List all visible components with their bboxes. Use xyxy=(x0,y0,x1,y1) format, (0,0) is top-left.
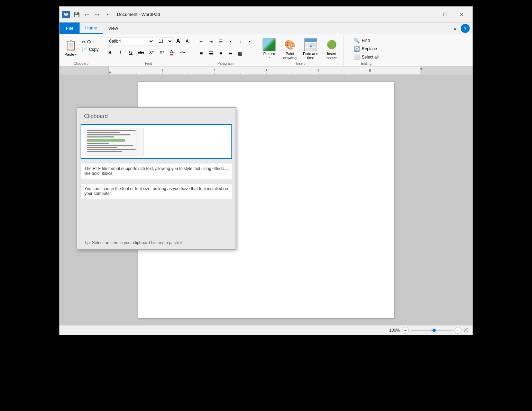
clipboard-panel-title: Clipboard xyxy=(77,108,236,122)
zoom-slider-track[interactable] xyxy=(411,330,452,331)
picture-dropdown-arrow: ▾ xyxy=(268,56,270,59)
zoom-level: 100% xyxy=(389,328,400,333)
clipboard-preview-image xyxy=(85,128,144,155)
picture-icon xyxy=(262,38,276,52)
tab-view[interactable]: View xyxy=(103,23,123,34)
clipboard-item-3-text: You can change the font or font size, as… xyxy=(84,186,228,196)
zoom-section: 100% − + xyxy=(389,327,461,334)
ruler: 1 2 3 4 5 xyxy=(59,66,473,75)
align-right-button[interactable]: ≡ xyxy=(216,49,225,58)
statusbar: 100% − + xyxy=(59,325,473,335)
highlight-button[interactable]: ✏ ▾ xyxy=(178,48,187,56)
superscript-button[interactable]: X2 xyxy=(158,48,166,56)
clipboard-group-label: Clipboard xyxy=(59,62,103,65)
font-group-label: Font xyxy=(103,62,194,65)
font-grow-button[interactable]: A xyxy=(174,37,182,45)
line-spacing-dropdown[interactable]: ▾ xyxy=(245,37,254,46)
clipboard-item-1[interactable]: ··· xyxy=(81,124,232,159)
strikethrough-button[interactable]: abc xyxy=(137,48,145,56)
paragraph-group-label: Paragraph xyxy=(194,62,257,65)
clipboard-item-3[interactable]: You can change the font or font size, as… xyxy=(81,183,232,199)
svg-text:5: 5 xyxy=(369,69,371,73)
subscript-button[interactable]: X2 xyxy=(147,48,156,56)
shading-button[interactable]: ▩ xyxy=(236,49,245,58)
clipboard-item-2-menu[interactable]: ··· xyxy=(223,166,229,172)
paste-button[interactable]: 📋 Paste ▾ xyxy=(62,37,79,57)
insert-group: Picture ▾ 🎨 Paintdrawing xyxy=(257,36,344,66)
resize-grip xyxy=(464,328,468,332)
clipboard-item-2[interactable]: The RTF file format supports rich text, … xyxy=(81,163,232,179)
cut-button[interactable]: ✂ Cut xyxy=(80,38,100,45)
svg-rect-1 xyxy=(109,66,420,75)
clipboard-item-1-menu[interactable]: ··· xyxy=(222,128,229,133)
maximize-button[interactable]: ☐ xyxy=(437,9,453,20)
svg-text:3: 3 xyxy=(265,69,267,73)
svg-rect-2 xyxy=(420,66,473,75)
window-controls: — ☐ ✕ xyxy=(421,9,470,20)
italic-button[interactable]: I xyxy=(116,48,125,56)
help-button[interactable]: ? xyxy=(461,24,470,33)
zoom-slider-thumb[interactable] xyxy=(432,328,437,333)
undo-button[interactable]: ↩ xyxy=(82,10,91,19)
align-left-button[interactable]: ≡ xyxy=(197,49,206,58)
clipboard-small-buttons: ✂ Cut 📄 Copy xyxy=(80,37,100,53)
clipboard-item-3-menu[interactable]: ··· xyxy=(223,186,229,192)
ribbon-collapse-button[interactable]: ▲ xyxy=(450,24,459,33)
font-color-button[interactable]: A ▾ xyxy=(168,48,176,56)
font-size-select[interactable]: 11 12 14 xyxy=(156,37,173,45)
select-all-icon: ⬜ xyxy=(354,54,360,60)
paint-drawing-label: Paintdrawing xyxy=(283,52,297,60)
close-button[interactable]: ✕ xyxy=(454,9,470,20)
paste-dropdown-arrow: ▾ xyxy=(75,53,77,56)
date-time-button[interactable]: Date and time xyxy=(302,37,320,61)
ribbon-body: 📋 Paste ▾ ✂ Cut 📄 Copy xyxy=(59,34,473,66)
paint-drawing-icon: 🎨 xyxy=(283,38,297,52)
paste-icon: 📋 xyxy=(64,38,77,52)
svg-text:4: 4 xyxy=(317,69,319,73)
copy-button[interactable]: 📄 Copy xyxy=(80,46,100,53)
line-spacing-button[interactable]: ↕ xyxy=(236,37,245,46)
picture-button[interactable]: Picture ▾ xyxy=(260,37,278,60)
paint-drawing-button[interactable]: 🎨 Paintdrawing xyxy=(281,37,299,61)
insert-object-button[interactable]: 🟢 Insert object xyxy=(323,37,341,61)
underline-button[interactable]: U xyxy=(127,48,135,56)
clipboard-item-2-text: The RTF file format supports rich text, … xyxy=(84,166,228,176)
replace-icon: 🔄 xyxy=(354,46,360,52)
replace-button[interactable]: 🔄 Replace xyxy=(352,45,380,52)
decrease-indent-button[interactable]: ⇤ xyxy=(197,37,206,46)
copy-label: Copy xyxy=(89,47,99,52)
font-name-select[interactable]: Calibri Arial Times New Roman xyxy=(106,37,154,45)
insert-object-icon: 🟢 xyxy=(325,38,339,52)
cut-label: Cut xyxy=(87,39,94,44)
app-icon: W xyxy=(62,11,70,18)
svg-text:1: 1 xyxy=(162,69,164,73)
tab-home[interactable]: Home xyxy=(80,23,103,34)
clipboard-group: 📋 Paste ▾ ✂ Cut 📄 Copy xyxy=(59,36,103,66)
minimize-button[interactable]: — xyxy=(421,9,437,20)
font-shrink-button[interactable]: A xyxy=(183,37,191,45)
editing-group-label: Editing xyxy=(344,62,389,65)
justify-button[interactable]: ≣ xyxy=(226,49,235,58)
zoom-in-button[interactable]: + xyxy=(455,327,461,334)
titlebar: W 💾 ↩ ↪ ▾ Document - WordPad — ☐ ✕ xyxy=(59,7,473,23)
insert-group-label: Insert xyxy=(257,62,343,65)
save-button[interactable]: 💾 xyxy=(72,10,81,19)
tab-file[interactable]: File xyxy=(59,23,80,34)
align-center-button[interactable]: ☰ xyxy=(207,49,215,58)
zoom-out-button[interactable]: − xyxy=(402,327,409,334)
ruler-svg: 1 2 3 4 5 xyxy=(59,66,473,75)
date-time-icon xyxy=(304,38,318,52)
clipboard-panel-tip: Tip: Select an item in your clipboard hi… xyxy=(77,236,236,249)
select-all-button[interactable]: ⬜ Select all xyxy=(352,54,380,61)
list-button[interactable]: ☰ xyxy=(216,37,225,46)
redo-button[interactable]: ↪ xyxy=(93,10,102,19)
find-icon: 🔍 xyxy=(354,38,360,43)
replace-label: Replace xyxy=(362,46,377,51)
quick-access-dropdown[interactable]: ▾ xyxy=(103,10,112,19)
find-button[interactable]: 🔍 Find xyxy=(352,37,380,44)
bold-button[interactable]: B xyxy=(106,48,114,56)
list-dropdown-button[interactable]: ▾ xyxy=(226,37,235,46)
increase-indent-button[interactable]: ⇥ xyxy=(207,37,215,46)
picture-label: Picture xyxy=(263,52,275,56)
quick-access-toolbar: 💾 ↩ ↪ ▾ xyxy=(72,10,112,19)
